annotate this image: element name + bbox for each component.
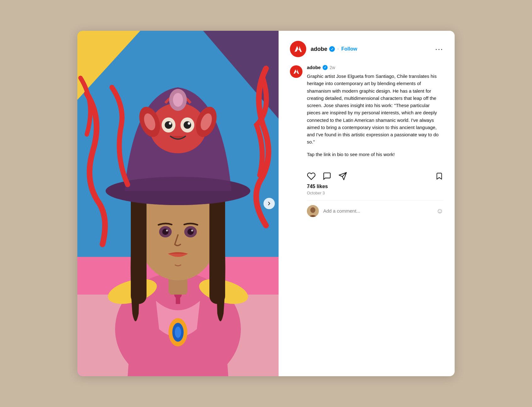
likes-row: 745 likes October 3 xyxy=(307,184,443,195)
svg-point-28 xyxy=(165,121,172,129)
post-meta: adobe ✓ 2w xyxy=(307,65,443,70)
comment-input[interactable] xyxy=(323,208,432,214)
header-name-row: adobe ✓ · Follow xyxy=(311,46,357,52)
svg-point-20 xyxy=(187,229,194,235)
likes-count: 745 likes xyxy=(307,184,443,189)
svg-point-10 xyxy=(175,327,181,338)
commenter-avatar xyxy=(307,205,319,217)
svg-point-22 xyxy=(191,230,193,231)
svg-point-41 xyxy=(310,207,315,213)
adobe-logo-post xyxy=(290,65,302,78)
post-author: adobe xyxy=(307,65,321,70)
header-left: adobe ✓ · Follow xyxy=(290,41,357,57)
more-options-button[interactable]: ··· xyxy=(435,45,443,53)
post-verified-badge: ✓ xyxy=(323,65,328,70)
post-time: 2w xyxy=(330,65,335,70)
post-header: adobe ✓ · Follow ··· xyxy=(290,41,443,57)
emoji-button[interactable]: ☺ xyxy=(436,207,443,215)
post-date: October 3 xyxy=(307,191,443,195)
post-body: adobe ✓ 2w Graphic artist Jose Elgueta f… xyxy=(290,65,443,369)
post-text: Graphic artist Jose Elgueta from Santiag… xyxy=(307,73,443,146)
svg-point-21 xyxy=(166,230,168,231)
svg-point-29 xyxy=(184,121,191,129)
instagram-post-card: adobe ✓ · Follow ··· adobe xyxy=(77,31,455,376)
svg-point-37 xyxy=(173,93,183,107)
svg-rect-12 xyxy=(176,295,180,304)
header-name-group: adobe ✓ · Follow xyxy=(311,46,357,52)
dot-separator: · xyxy=(337,46,339,52)
svg-point-19 xyxy=(162,229,169,235)
like-button[interactable] xyxy=(307,172,316,181)
comment-button[interactable] xyxy=(323,172,331,181)
artwork-panel xyxy=(77,31,279,376)
actions-bar xyxy=(307,167,443,181)
share-button[interactable] xyxy=(338,172,347,181)
follow-button[interactable]: Follow xyxy=(341,46,357,52)
bookmark-button[interactable] xyxy=(435,172,443,180)
header-username: adobe xyxy=(311,46,327,52)
svg-point-30 xyxy=(169,122,171,125)
adobe-logo-header xyxy=(290,41,306,57)
svg-point-31 xyxy=(188,122,190,125)
post-content: adobe ✓ 2w Graphic artist Jose Elgueta f… xyxy=(307,65,443,369)
comment-row: ☺ xyxy=(307,200,443,217)
next-image-button[interactable] xyxy=(263,198,275,209)
actions-left xyxy=(307,172,347,181)
post-cta: Tap the link in bio to see more of his w… xyxy=(307,151,443,158)
content-panel: adobe ✓ · Follow ··· adobe xyxy=(279,31,455,376)
header-verified-badge: ✓ xyxy=(329,46,335,52)
